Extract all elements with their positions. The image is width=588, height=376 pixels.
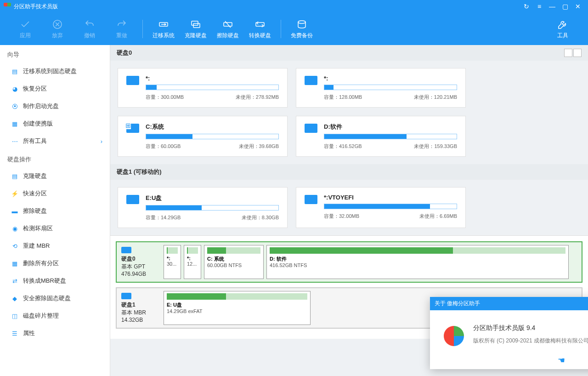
disk-icon [121, 247, 131, 253]
sidebar-item-label: 制作启动光盘 [23, 102, 59, 110]
menu-icon[interactable]: ≡ [533, 1, 546, 12]
diskmap-part-size: 60.00GB NTFS [207, 262, 260, 268]
convert-button[interactable]: 转换硬盘 [244, 15, 276, 43]
minimize-icon[interactable]: — [546, 1, 559, 12]
sidebar-item-label: 迁移系统到固态硬盘 [23, 67, 77, 75]
partition-card[interactable]: C:系统 容量：60.00GB未使用：39.68GB [118, 116, 288, 157]
sidebar-diskop-item[interactable]: ▦删除所有分区 [0, 255, 110, 272]
tools-button[interactable]: 工具 [547, 15, 579, 43]
disk-icon [305, 195, 317, 204]
backup-button[interactable]: 免费备份 [286, 15, 318, 43]
diskmap-partition[interactable]: E: U盘 14.29GB exFAT [164, 291, 311, 325]
redo-button[interactable]: 重做 [106, 15, 138, 43]
sidebar: 向导 ▤迁移系统到固态硬盘◕恢复分区⦿制作启动光盘▦创建便携版⋯所有工具› 硬盘… [0, 45, 110, 376]
diskmap-partition[interactable]: *: 12... [184, 245, 201, 279]
about-dialog: 关于 傲梅分区助手 ✕ 分区助手技术员版 9.4 版权所有 (C) 2009-2… [430, 297, 588, 369]
close-icon[interactable]: ✕ [571, 1, 584, 12]
about-logo-icon [444, 326, 464, 346]
diskmap-size: 14.32GB [121, 317, 143, 323]
sidebar-item-label: 磁盘碎片整理 [23, 312, 59, 320]
toolbar: 应用 放弃 撤销 重做 迁移系统 克隆硬盘 擦除硬盘 转换硬盘 免费备份 工具 [0, 13, 588, 45]
diskop-item-icon: ▬ [11, 207, 18, 215]
sidebar-diskop-item[interactable]: ▬擦除硬盘 [0, 202, 110, 220]
sidebar-diskop-item[interactable]: ◆安全擦除固态硬盘 [0, 290, 110, 307]
usage-bar [324, 85, 457, 90]
sidebar-diskop-item[interactable]: ⟲重建 MBR [0, 237, 110, 255]
sidebar-diskop-item[interactable]: ⇄转换成MBR硬盘 [0, 272, 110, 290]
capacity-label: 容量：128.00MB [324, 94, 362, 101]
clone-button[interactable]: 克隆硬盘 [180, 15, 212, 43]
capacity-label: 容量：60.00GB [146, 143, 181, 150]
sidebar-diskop-item[interactable]: ☰属性 [0, 325, 110, 342]
partition-card[interactable]: *: 容量：300.00MB未使用：278.92MB [118, 68, 288, 108]
apply-button[interactable]: 应用 [9, 15, 41, 43]
diskmap-part-label: D: 软件 [270, 256, 565, 262]
sidebar-wizard-item[interactable]: ⋯所有工具› [0, 132, 110, 150]
pointer-icon: ☚ [430, 355, 588, 369]
unused-label: 未使用：278.92MB [236, 94, 279, 101]
sidebar-item-label: 克隆硬盘 [23, 172, 47, 180]
diskop-item-icon: ☰ [11, 330, 18, 337]
diskmap-part-size: 14.29GB exFAT [167, 308, 307, 314]
unused-label: 未使用：159.33GB [414, 143, 457, 150]
partition-name: *: [324, 75, 457, 82]
diskop-item-icon: ⚡ [11, 190, 18, 197]
view-grid-icon[interactable] [564, 49, 572, 57]
diskop-item-icon: ⟲ [11, 242, 18, 250]
wizard-item-icon: ▤ [11, 68, 18, 75]
usage-bar [146, 134, 279, 139]
about-product: 分区助手技术员版 9.4 [473, 324, 588, 332]
diskmap-row[interactable]: 硬盘0 基本 GPT 476.94GB *: 30... *: 12... C:… [116, 241, 582, 283]
view-list-icon[interactable] [573, 49, 582, 57]
diskmap-partition[interactable]: *: 30... [164, 245, 181, 279]
diskop-item-icon: ⇄ [11, 277, 18, 285]
sidebar-item-label: 创建便携版 [23, 120, 53, 128]
partition-card[interactable]: *: 容量：128.00MB未使用：120.21MB [296, 68, 466, 108]
diskmap-part-label: *: [167, 256, 178, 261]
sidebar-wizard-item[interactable]: ▤迁移系统到固态硬盘 [0, 63, 110, 80]
unused-label: 未使用：8.30GB [242, 214, 279, 221]
unused-label: 未使用：39.68GB [239, 143, 279, 150]
usage-bar [324, 134, 457, 139]
partition-card[interactable]: E:U盘 容量：14.29GB未使用：8.30GB [118, 187, 288, 228]
sidebar-wizard-item[interactable]: ◕恢复分区 [0, 80, 110, 97]
sidebar-diskop-item[interactable]: ◫磁盘碎片整理 [0, 307, 110, 325]
sidebar-item-label: 擦除硬盘 [23, 207, 47, 215]
sidebar-diskop-item[interactable]: ▤克隆硬盘 [0, 167, 110, 185]
migrate-button[interactable]: 迁移系统 [147, 15, 180, 43]
about-titlebar[interactable]: 关于 傲梅分区助手 ✕ [430, 297, 588, 310]
diskmap-part-size: 30... [167, 261, 178, 267]
disk-header: 硬盘0 [110, 45, 588, 61]
diskmap-head: 硬盘1 基本 MBR 14.32GB [119, 291, 161, 325]
sidebar-item-label: 所有工具 [23, 137, 47, 145]
undo-button[interactable]: 撤销 [74, 15, 106, 43]
sidebar-wizard-item[interactable]: ▦创建便携版 [0, 115, 110, 132]
refresh-icon[interactable]: ↻ [520, 1, 533, 12]
partition-name: *: [146, 75, 279, 82]
sidebar-item-label: 转换成MBR硬盘 [23, 277, 66, 285]
sidebar-wizard-item[interactable]: ⦿制作启动光盘 [0, 97, 110, 115]
discard-button[interactable]: 放弃 [41, 15, 74, 43]
sidebar-diskop-item[interactable]: ⚡快速分区 [0, 185, 110, 202]
partition-name: *:VTOYEFI [324, 194, 457, 201]
maximize-icon[interactable]: ▢ [559, 1, 571, 12]
sidebar-item-label: 恢复分区 [23, 85, 47, 93]
diskop-item-icon: ▤ [11, 172, 18, 180]
diskmap-part-label: *: [187, 256, 198, 261]
capacity-label: 容量：300.00MB [146, 94, 184, 101]
partition-name: E:U盘 [146, 194, 279, 202]
diskmap-partition[interactable]: D: 软件 416.52GB NTFS [266, 245, 569, 279]
about-copyright: 版权所有 (C) 2009-2021 成都傲梅科技有限公司，保留所有版权。 [473, 337, 588, 345]
wipe-button[interactable]: 擦除硬盘 [212, 15, 244, 43]
partition-card[interactable]: D:软件 容量：416.52GB未使用：159.33GB [296, 116, 466, 157]
disk-icon [126, 76, 139, 85]
wizard-item-icon: ▦ [11, 120, 18, 127]
diskmap-partition[interactable]: C: 系统 60.00GB NTFS [204, 245, 264, 279]
partition-card[interactable]: *:VTOYEFI 容量：32.00MB未使用：6.69MB [296, 187, 466, 228]
sidebar-diskop-item[interactable]: ◉检测坏扇区 [0, 220, 110, 237]
diskmap-name: 硬盘1 [121, 302, 136, 308]
capacity-label: 容量：14.29GB [146, 214, 181, 221]
diskop-item-icon: ◫ [11, 312, 18, 319]
wizard-item-icon: ◕ [11, 85, 18, 92]
svg-point-6 [298, 21, 305, 23]
